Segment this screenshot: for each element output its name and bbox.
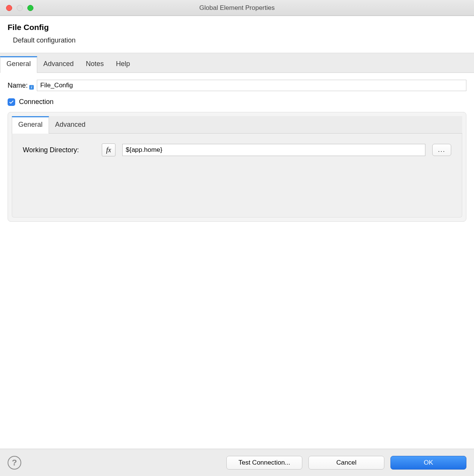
name-label: Name:: [8, 82, 28, 90]
working-directory-row: Working Directory: fx ...: [23, 143, 451, 156]
connection-label: Connection: [19, 98, 54, 106]
connection-checkbox[interactable]: [8, 98, 15, 106]
footer: ? Test Connection... Cancel OK: [0, 449, 474, 476]
maximize-window-icon[interactable]: [27, 5, 33, 11]
header-area: File Config Default configuration: [0, 16, 474, 53]
traffic-lights: [0, 5, 33, 11]
titlebar: Global Element Properties: [0, 0, 474, 16]
main-tabbar: General Advanced Notes Help: [0, 53, 474, 73]
dialog-window: Global Element Properties File Config De…: [0, 0, 474, 476]
name-input[interactable]: [37, 80, 466, 91]
connection-panel: General Advanced Working Directory: fx .…: [8, 112, 466, 222]
info-icon: i: [29, 85, 34, 90]
minimize-window-icon: [17, 5, 23, 11]
content-area: Name: i Connection General Advanced Work…: [0, 73, 474, 449]
ok-button[interactable]: OK: [390, 456, 466, 470]
name-row: Name: i: [8, 80, 466, 91]
inner-tabbar: General Advanced: [12, 116, 462, 134]
test-connection-button[interactable]: Test Connection...: [226, 456, 302, 470]
inner-tab-general[interactable]: General: [12, 116, 49, 134]
tab-help[interactable]: Help: [110, 56, 136, 73]
close-window-icon[interactable]: [6, 5, 12, 11]
inner-tab-advanced[interactable]: Advanced: [49, 116, 92, 133]
working-directory-input[interactable]: [122, 144, 425, 156]
checkmark-icon: [9, 99, 14, 105]
connection-checkbox-row: Connection: [8, 98, 466, 106]
browse-button[interactable]: ...: [432, 144, 451, 156]
tab-advanced[interactable]: Advanced: [37, 56, 80, 73]
tab-general[interactable]: General: [0, 56, 37, 73]
fx-button[interactable]: fx: [102, 143, 115, 156]
inner-content: Working Directory: fx ...: [12, 134, 462, 218]
help-icon[interactable]: ?: [8, 456, 21, 470]
page-title: File Config: [8, 23, 466, 32]
cancel-button[interactable]: Cancel: [308, 456, 384, 470]
window-title: Global Element Properties: [0, 4, 474, 12]
working-directory-label: Working Directory:: [23, 146, 95, 154]
page-subtitle: Default configuration: [13, 36, 466, 44]
tab-notes[interactable]: Notes: [80, 56, 110, 73]
